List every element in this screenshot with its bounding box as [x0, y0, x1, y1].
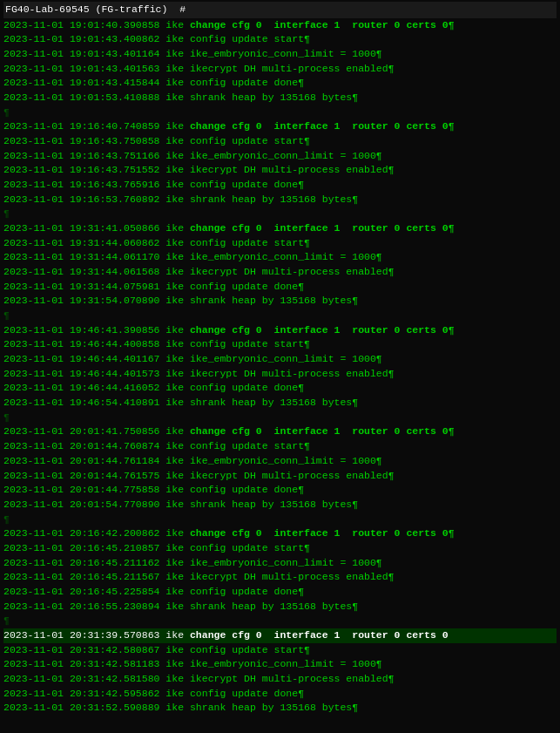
log-line: 2023-11-01 19:16:43.765916 ike config up…	[3, 178, 557, 193]
log-line: 2023-11-01 19:46:44.416052 ike config up…	[3, 381, 557, 396]
log-line: 2023-11-01 20:31:42.595862 ike config up…	[3, 687, 557, 702]
log-line: 2023-11-01 19:46:44.401167 ike ike_embry…	[3, 352, 557, 367]
log-line: ¶	[3, 614, 557, 628]
log-line: 2023-11-01 20:01:44.761575 ike ikecrypt …	[3, 469, 557, 484]
log-line: 2023-11-01 20:01:41.750856 ike change cf…	[3, 424, 557, 439]
log-line: 2023-11-01 20:16:45.210857 ike config up…	[3, 541, 557, 556]
log-line: 2023-11-01 19:31:54.070890 ike shrank he…	[3, 294, 557, 309]
log-line: 2023-11-01 19:01:43.400862 ike config up…	[3, 32, 557, 47]
log-line: 2023-11-01 20:31:39.570863 ike change cf…	[3, 628, 557, 643]
log-line: 2023-11-01 19:46:54.410891 ike shrank he…	[3, 396, 557, 411]
log-line: 2023-11-01 19:01:40.390858 ike change cf…	[3, 18, 557, 33]
log-line: ¶	[3, 512, 557, 527]
log-line: 2023-11-01 20:01:44.761184 ike ike_embry…	[3, 454, 557, 469]
log-line: 2023-11-01 19:31:44.061568 ike ikecrypt …	[3, 265, 557, 280]
log-line: 2023-11-01 20:16:45.211162 ike ike_embry…	[3, 556, 557, 571]
log-line: 2023-11-01 19:31:44.075981 ike config up…	[3, 280, 557, 295]
log-line: 2023-11-01 19:16:43.751552 ike ikecrypt …	[3, 163, 557, 178]
log-line: ¶	[3, 105, 557, 120]
log-line: 2023-11-01 19:46:44.400858 ike config up…	[3, 337, 557, 352]
log-line: 2023-11-01 20:01:44.775858 ike config up…	[3, 483, 557, 498]
log-line: 2023-11-01 20:16:45.211567 ike ikecrypt …	[3, 570, 557, 585]
log-line: 2023-11-01 20:31:52.590889 ike shrank he…	[3, 701, 557, 716]
log-line: 2023-11-01 19:46:44.401573 ike ikecrypt …	[3, 367, 557, 382]
log-line: 2023-11-01 19:31:44.060862 ike config up…	[3, 236, 557, 251]
log-line: 2023-11-01 20:01:54.770890 ike shrank he…	[3, 498, 557, 512]
log-line: ¶	[3, 309, 557, 323]
log-line: 2023-11-01 19:16:53.760892 ike shrank he…	[3, 193, 557, 207]
log-line: FG40-Lab-69545 (FG-traffic) #	[3, 2, 557, 18]
log-line: 2023-11-01 19:01:43.401164 ike ike_embry…	[3, 47, 557, 62]
log-line: 2023-11-01 19:01:43.401563 ike ikecrypt …	[3, 62, 557, 77]
log-line: 2023-11-01 19:01:43.415844 ike config up…	[3, 76, 557, 91]
log-line: 2023-11-01 20:16:45.225854 ike config up…	[3, 585, 557, 600]
log-line: 2023-11-01 19:16:43.751166 ike ike_embry…	[3, 149, 557, 164]
log-line: ¶	[3, 411, 557, 425]
log-line: ¶	[3, 207, 557, 221]
log-line: 2023-11-01 19:01:53.410888 ike shrank he…	[3, 91, 557, 105]
log-line: 2023-11-01 20:16:55.230894 ike shrank he…	[3, 600, 557, 614]
log-line: 2023-11-01 19:16:43.750858 ike config up…	[3, 134, 557, 149]
terminal-window: FG40-Lab-69545 (FG-traffic) #2023-11-01 …	[0, 0, 560, 717]
log-line: 2023-11-01 20:16:42.200862 ike change cf…	[3, 526, 557, 541]
log-line: 2023-11-01 19:16:40.740859 ike change cf…	[3, 119, 557, 134]
log-line: 2023-11-01 20:31:42.581580 ike ikecrypt …	[3, 672, 557, 687]
log-line: 2023-11-01 19:46:41.390856 ike change cf…	[3, 323, 557, 338]
log-line: 2023-11-01 20:31:42.580867 ike config up…	[3, 643, 557, 658]
log-line: 2023-11-01 20:31:42.581183 ike ike_embry…	[3, 657, 557, 672]
log-line: 2023-11-01 19:31:41.050866 ike change cf…	[3, 221, 557, 236]
log-line: 2023-11-01 19:31:44.061170 ike ike_embry…	[3, 250, 557, 265]
log-line: 2023-11-01 20:01:44.760874 ike config up…	[3, 439, 557, 454]
